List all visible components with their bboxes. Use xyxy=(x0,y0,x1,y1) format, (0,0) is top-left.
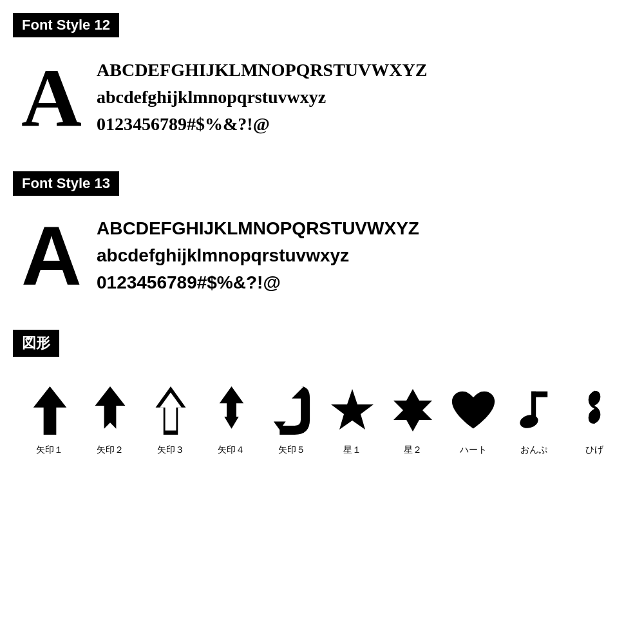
font-style-13-header: Font Style 13 xyxy=(13,171,119,196)
shape-item-arrow5: 矢印５ xyxy=(261,381,322,456)
mustache-icon xyxy=(572,381,617,439)
font-style-12-lowercase: abcdefghijklmnopqrstuvwxyz xyxy=(97,84,625,111)
svg-marker-7 xyxy=(393,389,432,431)
svg-point-10 xyxy=(520,413,540,430)
font-style-13-demo: A ABCDEFGHIJKLMNOPQRSTUVWXYZ abcdefghijk… xyxy=(13,207,631,310)
heart-icon xyxy=(451,381,496,439)
font-style-13-big-letter: A xyxy=(19,214,84,298)
font-style-12-uppercase: ABCDEFGHIJKLMNOPQRSTUVWXYZ xyxy=(97,57,625,84)
arrow4-icon xyxy=(209,381,254,439)
music-icon xyxy=(511,381,556,439)
font-style-12-numbers: 0123456789#$%&?!@ xyxy=(97,111,625,138)
shape-item-arrow4: 矢印４ xyxy=(201,381,261,456)
svg-marker-1 xyxy=(95,386,126,429)
font-style-12-big-letter: A xyxy=(19,55,84,139)
star2-label: 星２ xyxy=(404,444,422,456)
arrow5-label: 矢印５ xyxy=(278,444,305,456)
shape-item-music: おんぷ xyxy=(504,381,564,456)
font-style-13-section: Font Style 13 A ABCDEFGHIJKLMNOPQRSTUVWX… xyxy=(13,171,631,310)
music-label: おんぷ xyxy=(520,444,547,456)
font-style-13-uppercase: ABCDEFGHIJKLMNOPQRSTUVWXYZ xyxy=(97,215,625,242)
arrow5-icon xyxy=(269,381,314,439)
arrow3-icon xyxy=(148,381,193,439)
shape-item-arrow1: 矢印１ xyxy=(19,381,80,456)
svg-marker-4 xyxy=(219,386,243,429)
font-style-12-section: Font Style 12 A ABCDEFGHIJKLMNOPQRSTUVWX… xyxy=(13,13,631,152)
star2-icon xyxy=(390,381,435,439)
arrow2-icon xyxy=(88,381,133,439)
font-style-13-chars: ABCDEFGHIJKLMNOPQRSTUVWXYZ abcdefghijklm… xyxy=(97,215,625,296)
shape-item-arrow3: 矢印３ xyxy=(140,381,201,456)
svg-rect-9 xyxy=(531,392,547,397)
shapes-header: 図形 xyxy=(13,330,59,357)
arrow4-label: 矢印４ xyxy=(218,444,245,456)
font-style-12-demo: A ABCDEFGHIJKLMNOPQRSTUVWXYZ abcdefghijk… xyxy=(13,49,631,152)
star1-icon xyxy=(330,381,375,439)
arrow3-label: 矢印３ xyxy=(157,444,184,456)
svg-marker-0 xyxy=(33,386,66,435)
shape-item-star2: 星２ xyxy=(383,381,443,456)
arrow2-label: 矢印２ xyxy=(97,444,124,456)
shape-item-arrow2: 矢印２ xyxy=(80,381,140,456)
font-style-12-header: Font Style 12 xyxy=(13,13,119,37)
shape-item-star1: 星１ xyxy=(322,381,383,456)
shapes-grid: 矢印１ 矢印２ xyxy=(13,381,631,456)
arrow1-icon xyxy=(27,381,72,439)
shape-item-heart: ハート xyxy=(443,381,504,456)
heart-label: ハート xyxy=(460,444,487,456)
font-style-13-numbers: 0123456789#$%&?!@ xyxy=(97,269,625,296)
font-style-12-chars: ABCDEFGHIJKLMNOPQRSTUVWXYZ abcdefghijklm… xyxy=(97,57,625,138)
svg-marker-6 xyxy=(331,389,374,430)
shape-item-mustache: ひげ xyxy=(564,381,625,456)
star1-label: 星１ xyxy=(343,444,361,456)
shapes-section: 図形 矢印１ 矢印２ xyxy=(13,330,631,456)
font-style-13-lowercase: abcdefghijklmnopqrstuvwxyz xyxy=(97,242,625,269)
arrow1-label: 矢印１ xyxy=(36,444,63,456)
mustache-label: ひげ xyxy=(585,444,603,456)
